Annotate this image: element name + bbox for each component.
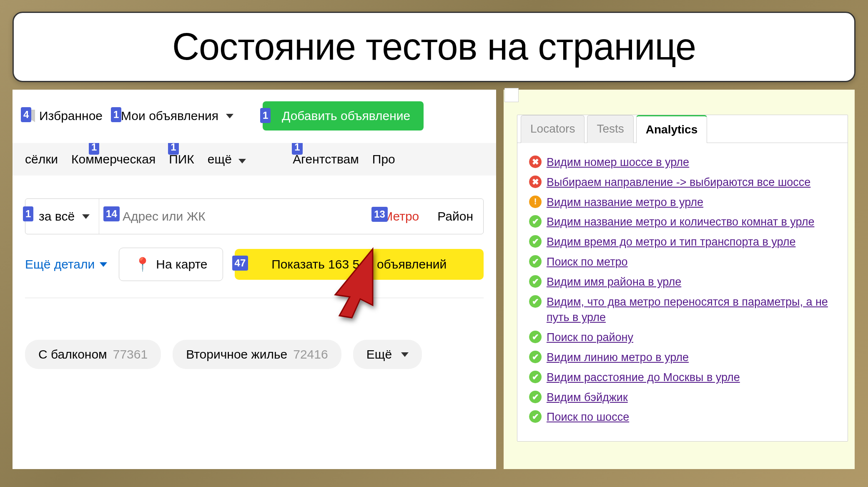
cat-commercial[interactable]: 1 Коммерческая xyxy=(71,152,156,166)
pass-icon: ✔ xyxy=(529,235,542,248)
pass-icon: ✔ xyxy=(529,371,542,383)
metro-link[interactable]: 13 Метро xyxy=(374,209,427,223)
actions-row: Ещё детали 📍 На карте 47 Показать 163 54… xyxy=(25,248,484,281)
test-link[interactable]: Видим номер шоссе в урле xyxy=(547,155,689,171)
address-badge: 14 xyxy=(103,206,120,221)
pass-icon: ✔ xyxy=(529,215,542,228)
favorites-badge: 4 xyxy=(21,107,31,122)
test-item: ✖Выбираем направление -> выбираются все … xyxy=(529,175,836,191)
divider xyxy=(25,298,484,298)
chevron-down-icon xyxy=(401,352,409,357)
pass-icon: ✔ xyxy=(529,295,542,308)
cat-pro[interactable]: Про xyxy=(372,152,395,166)
chip-secondary[interactable]: Вторичное жилье 72416 xyxy=(173,340,341,369)
test-link[interactable]: Выбираем направление -> выбираются все ш… xyxy=(547,175,810,191)
test-link[interactable]: Поиск по метро xyxy=(547,254,628,270)
chips-row: С балконом 77361 Вторичное жилье 72416 Е… xyxy=(25,340,484,369)
analytics-panel: Locators Tests Analytics ✖Видим номер шо… xyxy=(504,90,855,469)
svg-marker-0 xyxy=(335,249,373,318)
test-link[interactable]: Поиск по шоссе xyxy=(547,409,629,425)
show-badge: 47 xyxy=(232,256,248,271)
time-badge: 1 xyxy=(23,206,33,221)
test-item: ✖Видим номер шоссе в урле xyxy=(529,155,836,171)
tabs: Locators Tests Analytics xyxy=(517,115,848,143)
test-item: ✔Поиск по метро xyxy=(529,254,836,270)
pass-icon: ✔ xyxy=(529,255,542,268)
pass-icon: ✔ xyxy=(529,351,542,363)
time-select[interactable]: 1 за всё xyxy=(25,199,99,234)
cat-more[interactable]: ещё xyxy=(208,152,246,166)
pass-icon: ✔ xyxy=(529,331,542,343)
my-ads-link[interactable]: 1 Мои объявления xyxy=(115,109,233,123)
test-item: ✔Видим название метро и количество комна… xyxy=(529,214,836,230)
test-link[interactable]: Поиск по району xyxy=(547,330,633,346)
my-ads-label: Мои объявления xyxy=(121,109,218,123)
favorites-label: Избранное xyxy=(39,109,103,123)
address-input[interactable] xyxy=(99,199,374,234)
test-link[interactable]: Видим имя района в урле xyxy=(547,274,681,290)
cat-pik[interactable]: 1 ПИК xyxy=(169,152,194,166)
my-ads-badge: 1 xyxy=(111,107,121,122)
cat-villages[interactable]: сёлки xyxy=(25,152,58,166)
test-link[interactable]: Видим бэйджик xyxy=(547,390,628,406)
left-panel: 4 Избранное 1 Мои объявления 1 Добавить … xyxy=(13,90,496,469)
search-row: 1 за всё 14 13 Метро Район xyxy=(25,198,484,234)
chevron-down-icon xyxy=(82,214,90,219)
analytics-card: Locators Tests Analytics ✖Видим номер шо… xyxy=(517,115,848,442)
panel-notch xyxy=(504,88,519,102)
test-item: ✔Видим бэйджик xyxy=(529,390,836,406)
test-item: ✔Видим расстояние до Москвы в урле xyxy=(529,370,836,386)
metro-badge: 13 xyxy=(371,207,388,222)
page-title: Состояние тестов на странице xyxy=(35,25,833,68)
test-link[interactable]: Видим название метро и количество комнат… xyxy=(547,214,814,230)
chip-more[interactable]: Ещё xyxy=(353,340,422,369)
test-link[interactable]: Видим название метро в урле xyxy=(547,195,703,211)
tab-locators[interactable]: Locators xyxy=(521,115,585,143)
test-item: ✔Видим линию метро в урле xyxy=(529,350,836,366)
test-link[interactable]: Видим, что два метро переносятся в парам… xyxy=(547,294,836,326)
chevron-down-icon xyxy=(238,159,246,163)
cat-agents[interactable]: 1 Агентствам xyxy=(293,152,359,166)
chip-balcony[interactable]: С балконом 77361 xyxy=(25,340,161,369)
cat-agents-badge: 1 xyxy=(292,143,302,155)
add-badge: 1 xyxy=(260,108,271,123)
favorites-link[interactable]: 4 Избранное xyxy=(25,109,103,123)
tab-tests[interactable]: Tests xyxy=(587,115,633,143)
pass-icon: ✔ xyxy=(529,410,542,423)
top-nav: 4 Избранное 1 Мои объявления 1 Добавить … xyxy=(13,90,496,143)
test-list: ✖Видим номер шоссе в урле✖Выбираем напра… xyxy=(517,143,848,441)
test-item: ✔Поиск по шоссе xyxy=(529,409,836,425)
content-area: 4 Избранное 1 Мои объявления 1 Добавить … xyxy=(13,90,855,469)
categories-row: сёлки 1 Коммерческая 1 ПИК ещё 1 Агентст… xyxy=(13,143,496,176)
test-item: ✔Видим, что два метро переносятся в пара… xyxy=(529,294,836,326)
test-link[interactable]: Видим время до метро и тип транспорта в … xyxy=(547,234,795,250)
district-link[interactable]: Район xyxy=(427,209,483,223)
title-card: Состояние тестов на странице xyxy=(13,12,855,82)
test-item: !Видим название метро в урле xyxy=(529,195,836,211)
test-item: ✔Видим имя района в урле xyxy=(529,274,836,290)
pass-icon: ✔ xyxy=(529,391,542,403)
warn-icon: ! xyxy=(529,196,542,208)
test-link[interactable]: Видим расстояние до Москвы в урле xyxy=(547,370,740,386)
pin-icon: 📍 xyxy=(134,256,151,272)
tab-analytics[interactable]: Analytics xyxy=(636,115,707,143)
test-link[interactable]: Видим линию метро в урле xyxy=(547,350,689,366)
chevron-down-icon xyxy=(226,114,233,118)
test-item: ✔Видим время до метро и тип транспорта в… xyxy=(529,234,836,250)
details-link[interactable]: Ещё детали xyxy=(25,257,107,271)
test-item: ✔Поиск по району xyxy=(529,330,836,346)
fail-icon: ✖ xyxy=(529,176,542,188)
cursor-arrow-icon xyxy=(327,245,381,320)
cat-commercial-badge: 1 xyxy=(89,143,99,155)
chevron-down-icon xyxy=(100,262,107,267)
add-label: Добавить объявление xyxy=(282,109,410,123)
fail-icon: ✖ xyxy=(529,156,542,168)
cat-pik-badge: 1 xyxy=(168,143,178,155)
add-listing-button[interactable]: 1 Добавить объявление xyxy=(263,101,424,131)
map-button[interactable]: 📍 На карте xyxy=(119,248,223,281)
pass-icon: ✔ xyxy=(529,275,542,288)
